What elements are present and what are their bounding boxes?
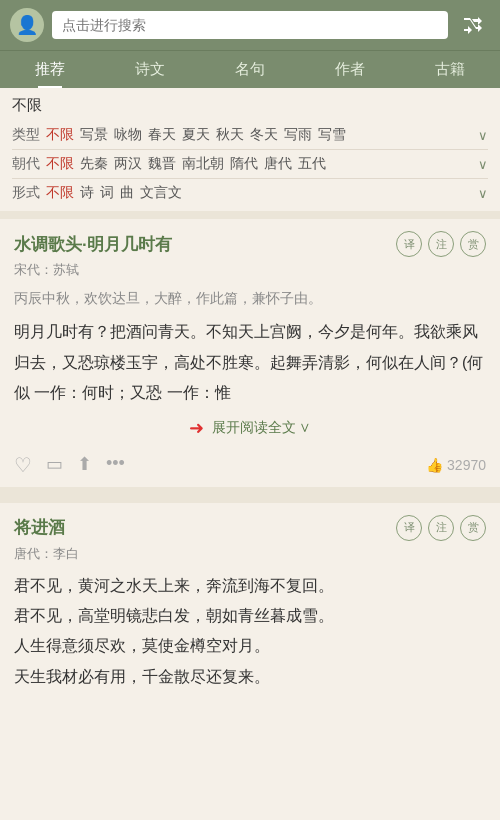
avatar-icon[interactable]: 👤: [10, 8, 44, 42]
filter-dynasty-expand[interactable]: ∨: [478, 157, 488, 172]
poem-header-2: 将进酒 译 注 赏: [14, 515, 486, 541]
poem-actions-2: 译 注 赏: [396, 515, 486, 541]
filter-form-qu[interactable]: 曲: [120, 184, 134, 202]
poem-footer-icons-1: ♡ ▭ ⬆ •••: [14, 453, 125, 477]
filter-dynasty-nanbeichao[interactable]: 南北朝: [182, 155, 224, 173]
appreciate-btn-2[interactable]: 赏: [460, 515, 486, 541]
poem-header-1: 水调歌头·明月几时有 译 注 赏: [14, 231, 486, 257]
tab-recommend[interactable]: 推荐: [0, 51, 100, 88]
poem-content-2: 君不见，黄河之水天上来，奔流到海不复回。 君不见，高堂明镜悲白发，朝如青丝暮成雪…: [14, 571, 486, 693]
user-icon: 👤: [16, 14, 38, 36]
poem-footer-1: ♡ ▭ ⬆ ••• 👍 32970: [14, 447, 486, 477]
filter-dynasty-prequin[interactable]: 先秦: [80, 155, 108, 173]
expand-link-1[interactable]: ➜ 展开阅读全文 ∨: [14, 417, 486, 439]
filter-title: 不限: [12, 96, 488, 115]
poem-title-2[interactable]: 将进酒: [14, 516, 396, 539]
translate-btn-1[interactable]: 译: [396, 231, 422, 257]
filter-row-type: 类型 不限 写景 咏物 春天 夏天 秋天 冬天 写雨 写雪 ∨: [12, 121, 488, 150]
filter-dynasty-wudai[interactable]: 五代: [298, 155, 326, 173]
like-icon-1[interactable]: ♡: [14, 453, 32, 477]
filter-form-shi[interactable]: 诗: [80, 184, 94, 202]
appreciate-btn-1[interactable]: 赏: [460, 231, 486, 257]
filter-form-unlimited[interactable]: 不限: [46, 184, 74, 202]
nav-tabs: 推荐 诗文 名句 作者 古籍: [0, 50, 500, 88]
tab-authors[interactable]: 作者: [300, 51, 400, 88]
filter-items-type: 不限 写景 咏物 春天 夏天 秋天 冬天 写雨 写雪: [46, 126, 472, 144]
poem-intro-1: 丙辰中秋，欢饮达旦，大醉，作此篇，兼怀子由。: [14, 287, 486, 309]
filter-type-snow[interactable]: 写雪: [318, 126, 346, 144]
filter-type-expand[interactable]: ∨: [478, 128, 488, 143]
filter-label-form: 形式: [12, 184, 40, 202]
filter-dynasty-unlimited[interactable]: 不限: [46, 155, 74, 173]
poem-meta-1: 宋代：苏轼: [14, 261, 486, 279]
filter-items-dynasty: 不限 先秦 两汉 魏晋 南北朝 隋代 唐代 五代: [46, 155, 472, 173]
poem-title-1[interactable]: 水调歌头·明月几时有: [14, 233, 396, 256]
more-icon-1[interactable]: •••: [106, 453, 125, 477]
tab-quotes[interactable]: 名句: [200, 51, 300, 88]
filter-form-ci[interactable]: 词: [100, 184, 114, 202]
filter-type-rain[interactable]: 写雨: [284, 126, 312, 144]
filter-type-spring[interactable]: 春天: [148, 126, 176, 144]
filter-label-dynasty: 朝代: [12, 155, 40, 173]
filter-dynasty-tang[interactable]: 唐代: [264, 155, 292, 173]
filter-items-form: 不限 诗 词 曲 文言文: [46, 184, 472, 202]
filter-form-expand[interactable]: ∨: [478, 186, 488, 201]
filter-type-winter[interactable]: 冬天: [250, 126, 278, 144]
annotate-btn-2[interactable]: 注: [428, 515, 454, 541]
poem-card-2: 将进酒 译 注 赏 唐代：李白 君不见，黄河之水天上来，奔流到海不复回。 君不见…: [0, 503, 500, 703]
tab-poetry[interactable]: 诗文: [100, 51, 200, 88]
poem-meta-2: 唐代：李白: [14, 545, 486, 563]
filter-type-unlimited[interactable]: 不限: [46, 126, 74, 144]
poem-actions-1: 译 注 赏: [396, 231, 486, 257]
annotate-btn-1[interactable]: 注: [428, 231, 454, 257]
poem-content-1: 明月几时有？把酒问青天。不知天上宫阙，今夕是何年。我欲乘风归去，又恐琼楼玉宇，高…: [14, 317, 486, 408]
filter-type-autumn[interactable]: 秋天: [216, 126, 244, 144]
divider-1: [0, 211, 500, 219]
divider-2: [0, 495, 500, 503]
filter-dynasty-han[interactable]: 两汉: [114, 155, 142, 173]
filter-form-wenyan[interactable]: 文言文: [140, 184, 182, 202]
filter-type-landscape[interactable]: 写景: [80, 126, 108, 144]
search-input[interactable]: [52, 11, 448, 39]
red-arrow-icon: ➜: [189, 417, 204, 439]
filter-type-summer[interactable]: 夏天: [182, 126, 210, 144]
comment-icon-1[interactable]: ▭: [46, 453, 63, 477]
shuffle-icon[interactable]: [456, 8, 490, 42]
filter-row-form: 形式 不限 诗 词 曲 文言文 ∨: [12, 179, 488, 207]
filter-section: 不限 类型 不限 写景 咏物 春天 夏天 秋天 冬天 写雨 写雪 ∨ 朝代 不限…: [0, 88, 500, 211]
header: 👤: [0, 0, 500, 50]
filter-dynasty-weijin[interactable]: 魏晋: [148, 155, 176, 173]
filter-dynasty-sui[interactable]: 隋代: [230, 155, 258, 173]
filter-type-ode[interactable]: 咏物: [114, 126, 142, 144]
filter-row-dynasty: 朝代 不限 先秦 两汉 魏晋 南北朝 隋代 唐代 五代 ∨: [12, 150, 488, 179]
tab-classics[interactable]: 古籍: [400, 51, 500, 88]
poem-card-1: 水调歌头·明月几时有 译 注 赏 宋代：苏轼 丙辰中秋，欢饮达旦，大醉，作此篇，…: [0, 219, 500, 495]
translate-btn-2[interactable]: 译: [396, 515, 422, 541]
like-count-1: 👍 32970: [426, 457, 486, 473]
filter-label-type: 类型: [12, 126, 40, 144]
share-icon-1[interactable]: ⬆: [77, 453, 92, 477]
